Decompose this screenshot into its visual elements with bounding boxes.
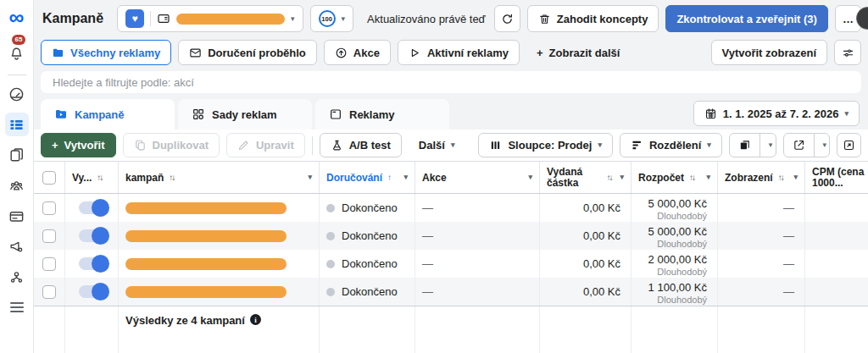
last-updated-text: Aktualizováno právě teď — [367, 13, 486, 25]
row-checkbox[interactable] — [42, 201, 56, 215]
header-impressions[interactable]: Zobrazení ↑↓ ▾ — [718, 162, 805, 193]
refresh-button[interactable] — [494, 5, 520, 32]
date-range-button[interactable]: 1. 1. 2025 až 7. 2. 2026 ▾ — [693, 101, 860, 126]
tab-campaigns[interactable]: Kampaně — [41, 99, 175, 130]
sidebar-item-business-tools[interactable] — [5, 265, 29, 289]
info-icon[interactable]: i — [250, 314, 261, 325]
duplicate-button[interactable]: Duplikovat — [123, 133, 220, 157]
header-toggle[interactable]: Vy... ↑↓ — [65, 162, 119, 193]
delivery-status: Dokončeno — [342, 201, 398, 214]
edit-button[interactable]: Upravit — [226, 133, 305, 157]
tab-adsets-label: Sady reklam — [212, 108, 277, 121]
action-value: — — [422, 201, 433, 214]
chevron-down-icon[interactable]: ▾ — [703, 174, 710, 181]
campaign-name-redacted[interactable] — [125, 202, 287, 214]
sidebar-item-pages[interactable] — [5, 143, 29, 167]
search-placeholder: Hledejte a filtrujte podle: akcí — [53, 76, 194, 89]
select-all-checkbox[interactable] — [42, 171, 56, 185]
header-action-label: Akce — [422, 172, 447, 184]
campaign-name-redacted[interactable] — [125, 258, 287, 270]
budget-type: Dlouhodobý — [657, 294, 707, 306]
page-title: Kampaně — [42, 11, 103, 26]
plus-icon: + — [52, 139, 58, 152]
filter-delivered[interactable]: Doručení proběhlo — [178, 40, 317, 65]
credit-card-icon — [8, 208, 25, 224]
export-button[interactable] — [784, 134, 814, 157]
pages-icon — [8, 147, 25, 163]
reports-split-button: ▾ — [729, 133, 776, 157]
tab-ads[interactable]: Reklamy — [315, 99, 449, 130]
create-button[interactable]: + Vytvořit — [41, 133, 116, 157]
pencil-icon — [237, 139, 250, 152]
export-caret-button[interactable]: ▾ — [814, 134, 831, 157]
toggle-knob — [92, 227, 109, 245]
campaign-toggle[interactable] — [79, 257, 108, 270]
header-spent[interactable]: Vydaná částka ↑↓ ▾ — [540, 162, 632, 193]
spent-value: 0,00 Kč — [583, 229, 620, 242]
campaign-name-redacted[interactable] — [125, 286, 287, 298]
row-checkbox[interactable] — [42, 229, 56, 243]
breakdown-button[interactable]: Rozdělení ▾ — [620, 133, 722, 157]
chevron-down-icon[interactable]: ▾ — [525, 174, 532, 181]
review-publish-button[interactable]: Zkontrolovat a zveřejnit (3) — [665, 5, 827, 32]
filter-active-ads[interactable]: Aktivní reklamy — [398, 40, 520, 65]
chevron-down-icon[interactable]: ▾ — [616, 174, 624, 181]
chevron-down-icon[interactable]: ▾ — [790, 174, 798, 181]
ad-frame-icon — [329, 108, 342, 121]
budget-value: 2 000,00 Kč — [648, 254, 707, 266]
tab-adsets[interactable]: Sady reklam — [178, 99, 312, 130]
filter-action[interactable]: Akce — [324, 40, 391, 65]
header-campaign[interactable]: kampaň ↑↓ ▾ — [119, 162, 320, 193]
row-checkbox[interactable] — [42, 285, 56, 299]
more-actions-label: Další — [419, 139, 445, 152]
filter-bar: Všechny reklamy Doručení proběhlo Akce A… — [41, 40, 861, 65]
filter-settings-button[interactable] — [834, 40, 861, 65]
columns-icon — [489, 139, 502, 152]
reports-caret-button[interactable]: ▾ — [760, 134, 776, 157]
opportunity-score-chip[interactable]: 100 ▾ — [310, 5, 354, 32]
create-view-button[interactable]: Vytvořit zobrazení — [711, 40, 827, 65]
campaign-toggle[interactable] — [79, 201, 108, 214]
sidebar-item-audiences[interactable] — [5, 174, 29, 197]
ad-account-selector[interactable]: ♥ ▾ — [117, 5, 303, 32]
row-checkbox[interactable] — [42, 257, 56, 271]
ab-test-button[interactable]: A/B test — [320, 133, 402, 157]
more-actions-button[interactable]: Další ▾ — [409, 133, 465, 157]
table-footer: Výsledky ze 4 kampaní i — [34, 306, 868, 353]
budget-type: Dlouhodobý — [657, 210, 707, 222]
table-row: Dokončeno — 0,00 Kč 2 000,00 KčDlouhodob… — [34, 250, 868, 278]
sidebar-item-billing[interactable] — [5, 204, 29, 228]
chevron-down-icon[interactable]: ▾ — [304, 174, 312, 181]
meta-logo[interactable]: ∞ — [9, 0, 25, 34]
table-row: Dokončeno — 0,00 Kč 5 000,00 KčDlouhodob… — [34, 222, 868, 250]
columns-button[interactable]: Sloupce: Prodej ▾ — [478, 133, 613, 157]
chevron-down-icon: ▾ — [342, 15, 346, 23]
chevron-down-icon[interactable]: ▾ — [400, 174, 408, 181]
show-more-filters-button[interactable]: + Zobrazit další — [526, 40, 630, 65]
all-tools-menu-button[interactable] — [5, 295, 29, 319]
campaign-name-redacted[interactable] — [125, 230, 287, 242]
sidebar-item-campaigns[interactable] — [5, 113, 29, 136]
reports-button[interactable] — [730, 134, 760, 157]
campaign-toggle[interactable] — [79, 285, 108, 298]
notifications-button[interactable]: 65 — [5, 41, 29, 64]
sidebar-item-ads-settings[interactable] — [5, 234, 29, 258]
table-row: Dokončeno — 0,00 Kč 5 000,00 KčDlouhodob… — [34, 194, 868, 222]
header-delivery[interactable]: Doručování ↑ ▾ — [320, 162, 415, 193]
sort-icon: ↑↓ — [778, 173, 783, 182]
action-value: — — [422, 229, 433, 242]
header-select-all — [34, 162, 65, 193]
chevron-down-icon: ▾ — [844, 110, 849, 118]
sidebar-item-account-overview[interactable] — [5, 82, 29, 106]
campaign-toggle[interactable] — [79, 229, 108, 242]
charts-button[interactable] — [837, 133, 861, 157]
header-cpm[interactable]: CPM (cena 1000... — [805, 162, 868, 193]
ab-test-label: A/B test — [349, 139, 391, 152]
discard-drafts-button[interactable]: Zahodit koncepty — [527, 5, 659, 32]
header-action[interactable]: Akce ▾ — [415, 162, 540, 193]
search-input[interactable]: Hledejte a filtrujte podle: akcí — [41, 71, 861, 93]
sliders-icon — [842, 47, 854, 59]
filter-all-ads[interactable]: Všechny reklamy — [41, 40, 171, 65]
header-budget[interactable]: Rozpočet ↑↓ ▾ — [632, 162, 718, 193]
stacked-reports-icon — [738, 139, 751, 152]
